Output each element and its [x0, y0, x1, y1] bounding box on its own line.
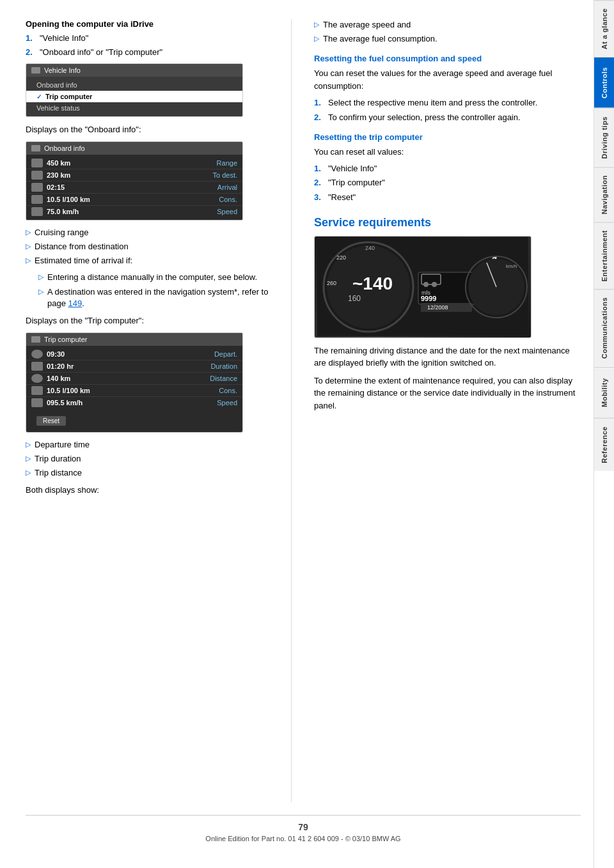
service-heading: Service requirements: [314, 216, 581, 229]
clock-icon: [31, 183, 43, 192]
arrival-label: Arrival: [217, 183, 237, 191]
screen1-menu: Onboard info ✓ Trip computer Vehicle sta…: [26, 77, 242, 116]
onboard-row-2: 230 km To dest.: [26, 169, 242, 182]
trip-reset-step-2-text: "Trip computer": [328, 177, 385, 189]
sidebar-tab-communications[interactable]: Communications: [594, 289, 614, 366]
tab-label-communications: Communications: [601, 297, 608, 359]
reset-button[interactable]: Reset: [36, 416, 66, 426]
sidebar-tab-controls[interactable]: Controls: [594, 57, 614, 108]
dest-icon: [31, 171, 43, 180]
trip-reset-step-2: 2. "Trip computer": [314, 177, 581, 189]
trip-data-table: 09:30 Depart. 01:20 hr Duration 140 km D…: [26, 346, 242, 411]
trip-speed-icon: [31, 398, 43, 407]
content-columns: Opening the computer via iDrive 1. "Vehi…: [26, 19, 581, 802]
fuel-reset-heading: Resetting the fuel consumption and speed: [314, 54, 581, 63]
tab-label-entertainment: Entertainment: [601, 230, 608, 281]
trip-reset-steps: 1. "Vehicle Info" 2. "Trip computer" 3. …: [314, 163, 581, 203]
screen2-icon: [31, 145, 40, 151]
menu-trip-label: Trip computer: [45, 93, 92, 100]
cons-value: 10.5 l/100 km: [47, 196, 91, 203]
both-display-items: ▷ The average speed and ▷ The average fu…: [314, 19, 581, 45]
both-item-2: ▷ The average fuel consumption.: [314, 33, 581, 45]
trip-cons-value: 10.5 l/100 km: [47, 387, 91, 394]
fuel-step-1-text: Select the respective menu item and pres…: [328, 97, 537, 109]
bullet-depart: ▷ Departure time: [26, 439, 275, 451]
bullet-cruising: ▷ Cruising range: [26, 227, 275, 238]
cons-icon: [31, 195, 43, 204]
service-body-1: The remaining driving distance and the d…: [314, 345, 581, 369]
arrival-value: 02:15: [47, 183, 91, 191]
trip-reset-step-1-num: 1.: [314, 163, 324, 174]
todest-value: 230 km: [47, 171, 91, 179]
trip-reset-step-1-text: "Vehicle Info": [328, 163, 377, 174]
arrow-icon-7: ▷: [314, 20, 319, 31]
menu-trip-computer: ✓ Trip computer: [26, 91, 242, 102]
bullet-depart-text: Departure time: [35, 439, 90, 451]
speed-icon: [31, 207, 43, 216]
trip-row-2: 01:20 hr Duration: [26, 360, 242, 373]
sidebar-tab-entertainment[interactable]: Entertainment: [594, 222, 614, 289]
displays-trip-label: Displays on the "Trip computer":: [26, 314, 275, 327]
tab-label-at-a-glance: At a glance: [601, 8, 608, 49]
arrow-icon-4: ▷: [26, 440, 31, 451]
trip-reset-step-1: 1. "Vehicle Info": [314, 163, 581, 174]
page-wrapper: Opening the computer via iDrive 1. "Vehi…: [0, 0, 614, 868]
column-divider: [291, 19, 292, 802]
fuel-step-2-num: 2.: [314, 112, 324, 123]
both-item-2-text: The average fuel consumption.: [323, 33, 437, 45]
trip-cons-icon: [31, 386, 43, 395]
bullet-cruising-text: Cruising range: [35, 227, 89, 238]
sidebar-tab-driving-tips[interactable]: Driving tips: [594, 108, 614, 167]
screen1-title: Vehicle Info: [44, 66, 81, 74]
bullet-distance: ▷ Distance from destination: [26, 241, 275, 252]
bullet-duration: ▷ Trip duration: [26, 453, 275, 465]
screen1-header: Vehicle Info: [26, 64, 242, 77]
sub-arrow-2: ▷: [38, 287, 43, 309]
fuel-reset-steps: 1. Select the respective menu item and p…: [314, 97, 581, 123]
trip-speed-label: Speed: [217, 399, 237, 407]
footer-text: Online Edition for Part no. 01 41 2 604 …: [26, 835, 581, 842]
menu-onboard-info: Onboard info: [26, 79, 242, 91]
fuel-step-1-num: 1.: [314, 97, 324, 109]
onboard-row-3: 02:15 Arrival: [26, 182, 242, 194]
page-link[interactable]: 149: [68, 298, 83, 308]
page-number: 79: [26, 822, 581, 832]
svg-text:9999: 9999: [421, 295, 436, 302]
svg-text:240: 240: [365, 245, 375, 251]
service-body-2: To determine the extent of maintenance r…: [314, 375, 581, 412]
both-item-1: ▷ The average speed and: [314, 19, 581, 31]
screen3-title: Trip computer: [44, 336, 87, 343]
sub-bullet-2-text: A destination was entered in the navigat…: [47, 286, 275, 309]
sidebar-tab-navigation[interactable]: Navigation: [594, 167, 614, 222]
fuel-reset-body: You can reset the values for the average…: [314, 67, 581, 92]
sub-bullet-2: ▷ A destination was entered in the navig…: [38, 286, 275, 309]
page-footer: 79 Online Edition for Part no. 01 41 2 6…: [26, 815, 581, 842]
svg-point-10: [423, 282, 429, 287]
depart-label: Depart.: [214, 350, 237, 358]
trip-distance-label: Distance: [210, 375, 237, 382]
screen1-icon: [31, 67, 40, 74]
screen3-header: Trip computer: [26, 333, 242, 346]
arrow-icon-1: ▷: [26, 228, 31, 238]
main-content: Opening the computer via iDrive 1. "Vehi…: [0, 0, 594, 868]
speed-label: Speed: [217, 208, 237, 215]
depart-icon: [31, 350, 43, 359]
vehicle-info-screen: Vehicle Info Onboard info ✓ Trip compute…: [26, 63, 243, 117]
onboard-row-1: 450 km Range: [26, 157, 242, 169]
gauge-svg: 220 240 260 ~140 160 ml: [317, 237, 528, 336]
opening-heading: Opening the computer via iDrive: [26, 19, 275, 29]
sidebar-tab-reference[interactable]: Reference: [594, 418, 614, 471]
tab-label-mobility: Mobility: [601, 378, 608, 407]
svg-text:160: 160: [348, 294, 361, 303]
trip-reset-step-2-num: 2.: [314, 177, 324, 189]
arrow-icon-6: ▷: [26, 468, 31, 479]
sidebar-tab-mobility[interactable]: Mobility: [594, 367, 614, 418]
trip-row-3: 140 km Distance: [26, 373, 242, 385]
trip-reset-step-3-text: "Reset": [328, 192, 356, 203]
sidebar-tab-at-a-glance[interactable]: At a glance: [594, 0, 614, 57]
trip-bullets: ▷ Departure time ▷ Trip duration ▷ Trip …: [26, 439, 275, 479]
fuel-step-1: 1. Select the respective menu item and p…: [314, 97, 581, 109]
displays-onboard-label: Displays on the "Onboard info":: [26, 123, 275, 136]
sub-bullets: ▷ Entering a distance manually in the co…: [38, 272, 275, 309]
distance-icon: [31, 374, 43, 383]
